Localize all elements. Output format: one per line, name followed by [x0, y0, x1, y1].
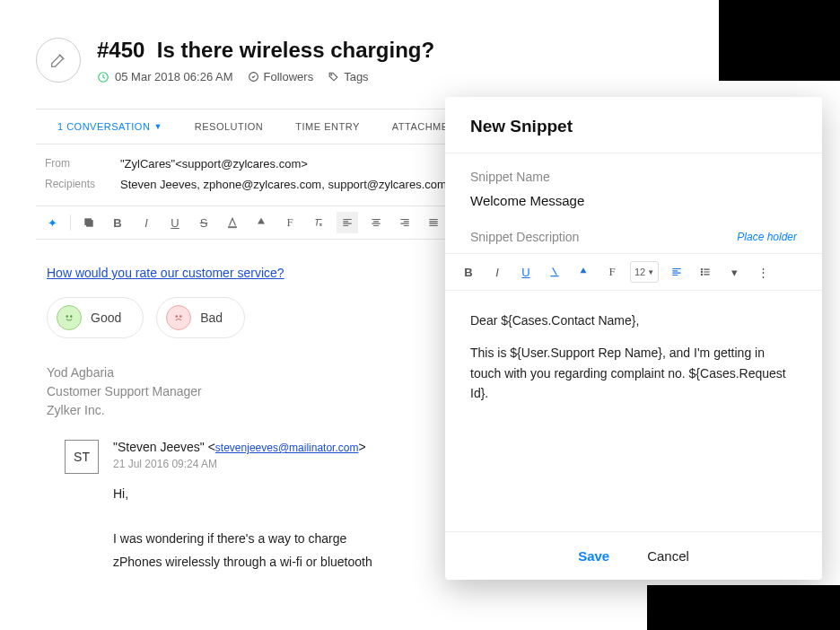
from-value: "ZylCares"<support@zylcares.com>: [120, 157, 308, 171]
decorative-block: [719, 0, 840, 81]
svg-point-13: [702, 274, 703, 275]
rating-bad[interactable]: Bad: [156, 297, 245, 338]
clock-icon: [97, 71, 109, 83]
align-right-button[interactable]: [394, 212, 416, 233]
font-size-select[interactable]: 12▼: [630, 261, 659, 283]
reply-time: 21 Jul 2016 09:24 AM: [113, 458, 372, 470]
ticket-timestamp: 05 Mar 2018 06:26 AM: [97, 70, 233, 83]
snippet-body-line: Dear ${Cases.Contact Name},: [470, 311, 797, 330]
svg-rect-10: [550, 276, 558, 276]
reply-meta: "Steven Jeeves" <stevenjeeves@mailinator…: [113, 440, 372, 470]
reply-line: zPhones wirelessly through a wi-fi or bl…: [113, 551, 372, 573]
reply-sender: "Steven Jeeves" <stevenjeeves@mailinator…: [113, 440, 372, 454]
reply-line: Hi,: [113, 483, 372, 505]
bold-button[interactable]: B: [458, 261, 479, 283]
svg-point-11: [702, 269, 703, 270]
list-button[interactable]: [695, 261, 716, 283]
ticket-meta: 05 Mar 2018 06:26 AM Followers Tags: [97, 70, 434, 83]
copy-icon[interactable]: [78, 212, 100, 233]
strikethrough-button[interactable]: S: [193, 212, 214, 233]
followers-label: Followers: [264, 70, 314, 83]
tags-label: Tags: [344, 70, 368, 83]
font-size-value: 12: [634, 267, 645, 277]
tab-resolution[interactable]: RESOLUTION: [179, 109, 280, 144]
svg-point-12: [702, 271, 703, 272]
snippet-panel-title: New Snippet: [445, 97, 822, 153]
reply-sender-name: "Steven Jeeves": [113, 440, 205, 454]
svg-rect-5: [228, 227, 236, 228]
text-color-button[interactable]: [544, 261, 565, 283]
svg-point-8: [176, 316, 178, 318]
recipients-label: Recipients: [45, 178, 108, 191]
reply-body: Hi, I was wondering if there's a way to …: [113, 483, 372, 573]
underline-button[interactable]: U: [515, 261, 537, 283]
snippet-toolbar: B I U F 12▼ ▾ ⋮: [445, 253, 822, 291]
snippet-panel: New Snippet Snippet Name Welcome Message…: [445, 97, 822, 580]
timestamp-text: 05 Mar 2018 06:26 AM: [115, 70, 233, 83]
svg-point-9: [180, 316, 182, 318]
more-button[interactable]: ⋮: [752, 261, 774, 283]
svg-rect-4: [85, 219, 91, 224]
rating-bad-label: Bad: [200, 311, 223, 325]
edit-icon: [36, 38, 81, 83]
survey-link[interactable]: How would you rate our customer service?: [47, 266, 284, 280]
snippet-desc-label: Snippet Description: [470, 230, 579, 244]
ticket-title: #450 Is there wireless charging?: [97, 38, 434, 63]
ai-assist-icon[interactable]: ✦: [41, 212, 63, 233]
align-center-button[interactable]: [365, 212, 387, 233]
from-label: From: [45, 157, 108, 171]
snippet-name-input[interactable]: Welcome Message: [470, 193, 797, 208]
bold-button[interactable]: B: [107, 212, 128, 233]
highlight-button[interactable]: [573, 261, 594, 283]
align-left-button[interactable]: [337, 212, 358, 233]
decorative-block: [647, 585, 840, 630]
ticket-id: #450: [97, 38, 144, 62]
snippet-body-line: This is ${User.Support Rep Name}, and I'…: [470, 343, 797, 403]
ticket-header: #450 Is there wireless charging? 05 Mar …: [36, 38, 718, 83]
cancel-button[interactable]: Cancel: [647, 548, 689, 564]
reply-line: I was wondering if there's a way to char…: [113, 528, 372, 550]
align-button[interactable]: [666, 261, 687, 283]
font-button[interactable]: F: [601, 261, 623, 283]
tab-conversation-label: 1 CONVERSATION: [57, 121, 150, 132]
rating-good[interactable]: Good: [47, 297, 144, 338]
tags-link[interactable]: Tags: [328, 70, 368, 83]
underline-button[interactable]: U: [164, 212, 186, 233]
italic-button[interactable]: I: [136, 212, 157, 233]
avatar: ST: [65, 440, 99, 474]
frown-icon: [166, 305, 191, 330]
clear-format-button[interactable]: [308, 212, 329, 233]
dropdown-button[interactable]: ▾: [723, 261, 745, 283]
followers-link[interactable]: Followers: [248, 70, 314, 83]
italic-button[interactable]: I: [486, 261, 508, 283]
save-button[interactable]: Save: [578, 548, 609, 564]
tab-time-entry[interactable]: TIME ENTRY: [279, 109, 375, 144]
reply-sender-email[interactable]: stevenjeeves@mailinator.com: [215, 442, 359, 454]
tab-conversation[interactable]: 1 CONVERSATION ▼: [41, 109, 179, 144]
chevron-down-icon: ▼: [153, 122, 162, 131]
font-button[interactable]: F: [279, 212, 301, 233]
placeholder-link[interactable]: Place holder: [737, 231, 797, 243]
separator: [70, 214, 71, 231]
snippet-footer: Save Cancel: [445, 531, 822, 580]
smile-icon: [57, 305, 82, 330]
recipients-value: Steven Jeeves, zphone@zylcares.com, supp…: [120, 178, 447, 191]
rating-good-label: Good: [91, 311, 121, 325]
snippet-body-editor[interactable]: Dear ${Cases.Contact Name}, This is ${Us…: [445, 291, 822, 531]
align-justify-button[interactable]: [423, 212, 444, 233]
svg-point-7: [71, 316, 73, 318]
ticket-subject: Is there wireless charging?: [157, 38, 434, 62]
text-color-button[interactable]: [222, 212, 243, 233]
snippet-name-label: Snippet Name: [470, 170, 797, 184]
svg-point-6: [66, 316, 68, 318]
highlight-button[interactable]: [250, 212, 272, 233]
svg-point-2: [331, 74, 332, 75]
